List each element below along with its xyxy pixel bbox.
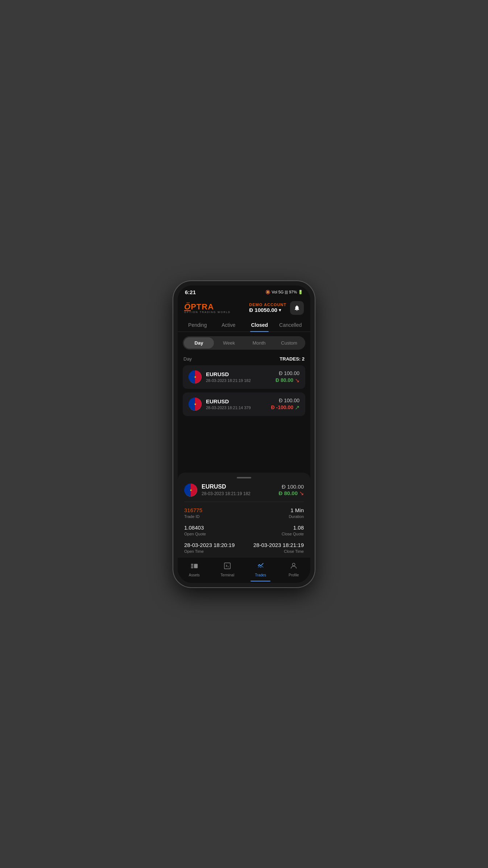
wifi-icon: ||| — [285, 290, 288, 294]
detail-panel: ★ EURUSD 28-03-2023 18:21:19 182 Đ 100.0… — [178, 473, 310, 557]
trade-amounts: Đ 100.00 Đ 80.00 ↘ — [276, 370, 299, 384]
open-quote-field: 1.08403 Open Quote — [184, 524, 240, 536]
open-quote-value: 1.08403 — [184, 524, 240, 531]
open-time-field: 28-03-2023 18:20:19 Open Time — [184, 542, 240, 554]
detail-eu-us-flag: ★ — [184, 484, 197, 497]
open-time-value: 28-03-2023 18:20:19 — [184, 542, 240, 548]
logo-text: ÖPTRA — [184, 302, 231, 312]
trade-amounts: Đ 100.00 Đ -100.00 ↗ — [271, 398, 299, 411]
status-time: 6:21 — [185, 289, 196, 295]
chevron-down-icon: ▾ — [279, 308, 281, 313]
balance-display: Đ 10050.00 ▾ — [249, 307, 286, 313]
spacer — [178, 420, 310, 427]
nav-assets[interactable]: Assets — [178, 560, 211, 579]
trade-pair: EURUSD — [206, 371, 271, 377]
battery-icon: 🔋 — [298, 290, 303, 295]
detail-trade-pair: EURUSD — [202, 484, 274, 490]
panel-handle — [237, 477, 251, 478]
close-time-field: 28-03-2023 18:21:19 Close Time — [248, 542, 304, 554]
terminal-label: Terminal — [220, 573, 234, 577]
trade-investment: Đ 100.00 — [279, 398, 299, 403]
direction-icon: ↗ — [295, 404, 299, 411]
tab-active[interactable]: Active — [213, 318, 244, 332]
trade-pair: EURUSD — [206, 398, 267, 404]
signal-icon: 🔕 — [265, 290, 270, 295]
detail-pnl: Đ 80.00 — [278, 490, 298, 496]
svg-rect-3 — [194, 564, 198, 568]
period-day[interactable]: Day — [184, 337, 214, 349]
detail-investment: Đ 100.00 — [278, 484, 304, 490]
open-time-label: Open Time — [184, 549, 240, 554]
trade-date: 28-03-2023 18:21:19 182 — [206, 378, 271, 383]
duration-value: 1 Min — [248, 507, 304, 513]
logo-rest: PTRA — [191, 302, 214, 311]
period-custom[interactable]: Custom — [274, 337, 304, 349]
status-bar: 6:21 🔕 Vol 5G ||| 97% 🔋 — [178, 285, 310, 297]
trade-id-field: 316775 Trade ID — [184, 507, 240, 519]
app-header: ÖPTRA OPTION TRADING WORLD DEMO ACCOUNT … — [178, 297, 310, 318]
svg-rect-1 — [191, 565, 193, 567]
svg-rect-0 — [191, 564, 193, 565]
trade-info: EURUSD 28-03-2023 18:21:19 182 — [206, 371, 271, 383]
bell-icon — [294, 305, 300, 311]
logo-subtitle: OPTION TRADING WORLD — [184, 311, 231, 313]
detail-grid: 316775 Trade ID 1 Min Duration 1.08403 O… — [184, 507, 304, 554]
tab-pending[interactable]: Pending — [182, 318, 213, 332]
terminal-icon — [223, 562, 231, 572]
eu-us-flag: ★ — [189, 398, 202, 411]
period-month[interactable]: Month — [244, 337, 274, 349]
trades-label: Trades — [255, 573, 266, 577]
tab-cancelled[interactable]: Cancelled — [275, 318, 306, 332]
period-week[interactable]: Week — [214, 337, 244, 349]
trade-card[interactable]: ★ EURUSD 28-03-2023 18:21:19 182 Đ 100.0… — [183, 365, 305, 389]
trades-count: TRADES: 2 — [280, 356, 305, 362]
currency-icon: ★ — [189, 370, 202, 383]
open-quote-label: Open Quote — [184, 532, 240, 536]
assets-label: Assets — [189, 573, 200, 577]
trade-date: 28-03-2023 18:21:14 379 — [206, 406, 267, 410]
svg-point-6 — [293, 563, 295, 565]
svg-rect-2 — [191, 567, 193, 568]
currency-icon: ★ — [189, 398, 202, 411]
trades-icon — [257, 562, 265, 572]
detail-currency-icon: ★ — [184, 484, 197, 497]
trades-period-label: Day — [183, 356, 192, 362]
nav-profile[interactable]: Profile — [277, 560, 311, 579]
nav-terminal[interactable]: Terminal — [211, 560, 244, 579]
header-right: DEMO ACCOUNT Đ 10050.00 ▾ — [249, 301, 304, 315]
detail-trade-date: 28-03-2023 18:21:19 182 — [202, 491, 274, 496]
period-selector: Day Week Month Custom — [183, 336, 305, 350]
tabs-nav: Pending Active Closed Cancelled — [178, 318, 310, 332]
close-time-label: Close Time — [248, 549, 304, 554]
status-icons: 🔕 Vol 5G ||| 97% 🔋 — [265, 290, 303, 295]
close-quote-value: 1.08 — [248, 524, 304, 531]
detail-trade-info: EURUSD 28-03-2023 18:21:19 182 — [202, 484, 274, 496]
close-quote-label: Close Quote — [248, 532, 304, 536]
eu-us-flag: ★ — [189, 370, 202, 383]
trade-info: EURUSD 28-03-2023 18:21:14 379 — [206, 398, 267, 410]
account-type-label: DEMO ACCOUNT — [249, 303, 286, 307]
network-label: Vol 5G — [272, 290, 284, 294]
trades-header: Day TRADES: 2 — [178, 354, 310, 365]
bottom-nav: Assets Terminal Trades Profile — [178, 557, 310, 583]
logo-o: Ö — [184, 302, 191, 311]
battery-label: 97% — [289, 290, 297, 294]
close-quote-field: 1.08 Close Quote — [248, 524, 304, 536]
trade-card[interactable]: ★ EURUSD 28-03-2023 18:21:14 379 Đ 100.0… — [183, 392, 305, 416]
logo: ÖPTRA OPTION TRADING WORLD — [184, 302, 231, 313]
assets-icon — [190, 562, 198, 572]
tab-closed[interactable]: Closed — [244, 318, 275, 332]
detail-trade-amounts: Đ 100.00 Đ 80.00 ↘ — [278, 484, 304, 497]
detail-direction-icon: ↘ — [299, 490, 304, 497]
nav-trades[interactable]: Trades — [244, 560, 277, 579]
notification-button[interactable] — [290, 301, 304, 315]
trade-pnl: Đ -100.00 — [271, 404, 293, 410]
profile-icon — [290, 562, 298, 572]
close-time-value: 28-03-2023 18:21:19 — [248, 542, 304, 548]
direction-icon: ↘ — [295, 377, 299, 384]
trade-id-value: 316775 — [184, 507, 240, 513]
trade-id-label: Trade ID — [184, 514, 240, 519]
trade-investment: Đ 100.00 — [279, 370, 299, 376]
duration-field: 1 Min Duration — [248, 507, 304, 519]
account-info[interactable]: DEMO ACCOUNT Đ 10050.00 ▾ — [249, 303, 286, 313]
